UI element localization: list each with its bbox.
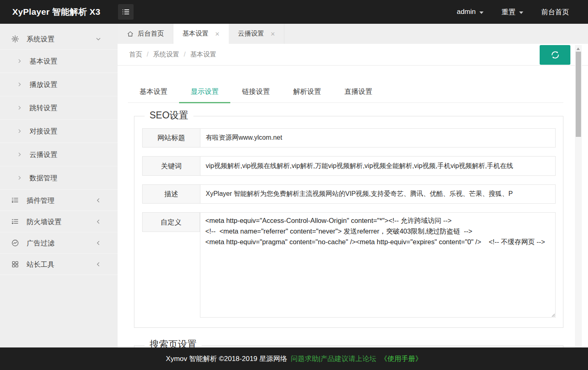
scrollbar-thumb[interactable] (576, 52, 581, 137)
sidebar-item-redirect-settings[interactable]: 跳转设置 (0, 96, 118, 120)
home-icon (127, 30, 134, 38)
sidebar-item-cloudplay-settings[interactable]: 云播设置 (0, 143, 118, 166)
tab-label: 云播设置 (238, 30, 264, 38)
breadcrumb-current: 基本设置 (190, 51, 216, 58)
reset-menu-label: 重置 (502, 7, 515, 17)
chevron-left-icon (95, 261, 101, 267)
chevron-right-icon (17, 129, 22, 134)
vertical-scrollbar[interactable] (575, 45, 582, 347)
reset-menu[interactable]: 重置 (502, 7, 523, 17)
refresh-button[interactable] (540, 45, 570, 65)
list-menu-icon (121, 7, 130, 16)
settings-page: 基本设置 显示设置 链接设置 解析设置 直播设置 SEO设置 网站标题 关键词 … (118, 66, 588, 347)
keywords-row: 关键词 (142, 156, 556, 176)
tab-parse-settings[interactable]: 解析设置 (282, 82, 333, 102)
navbar-right: admin 重置 前台首页 (457, 0, 569, 24)
chevron-right-icon (17, 176, 22, 180)
site-title-input[interactable] (200, 129, 555, 147)
breadcrumb: 首页/系统设置/基本设置 (129, 44, 216, 65)
description-row: 描述 (142, 184, 556, 204)
site-title-row: 网站标题 (142, 128, 556, 148)
keywords-label: 关键词 (143, 157, 200, 175)
user-menu-label: admin (457, 8, 476, 16)
custom-meta-label: 自定义 (142, 212, 200, 232)
site-title-label: 网站标题 (143, 129, 200, 147)
caret-down-icon (519, 11, 523, 14)
frontend-home-link[interactable]: 前台首页 (541, 7, 569, 17)
sidebar-group-firewall-settings[interactable]: 防火墙设置 (0, 211, 118, 232)
sidebar-item-data-management[interactable]: 数据管理 (0, 166, 118, 190)
frontend-home-label: 前台首页 (541, 7, 569, 17)
breadcrumb-bar: 首页/系统设置/基本设置 (118, 44, 588, 66)
sidebar-toggle-button[interactable] (118, 4, 134, 20)
tab-backend-home[interactable]: 后台首页 (118, 24, 173, 44)
footer-forum-link[interactable]: 问题求助|产品建议请上论坛 (291, 354, 376, 363)
seo-section-title: SEO设置 (145, 109, 193, 122)
grid-icon (11, 260, 19, 268)
sidebar: 系统设置 基本设置 播放设置 跳转设置 对接设置 云播设置 数据管理 (0, 24, 118, 347)
scroll-up-arrow-icon[interactable] (577, 48, 580, 50)
sidebar-group-ad-filter[interactable]: 广告过滤 (0, 232, 118, 254)
window-tabbar: 后台首页 基本设置 × 云播设置 × (118, 24, 588, 44)
chevron-right-icon (17, 106, 22, 110)
footer-copyright: Xymov 智能解析 ©2018-2019 星源网络 (166, 354, 287, 363)
gear-icon (11, 35, 19, 43)
sidebar-item-play-settings[interactable]: 播放设置 (0, 73, 118, 96)
chevron-left-icon (95, 240, 101, 246)
breadcrumb-home[interactable]: 首页 (129, 51, 142, 58)
top-navbar: XyPlayer 智能解析 X3 admin 重置 前台首页 (0, 0, 588, 24)
description-label: 描述 (143, 185, 200, 203)
keywords-input[interactable] (200, 157, 555, 175)
sidebar-group-label: 系统设置 (27, 34, 54, 44)
sidebar-submenu-system-settings: 基本设置 播放设置 跳转设置 对接设置 云播设置 数据管理 (0, 49, 118, 190)
chevron-left-icon (95, 197, 101, 203)
tab-cloudplay-window[interactable]: 云播设置 × (229, 24, 285, 44)
tab-live-settings[interactable]: 直播设置 (333, 82, 384, 102)
refresh-icon (549, 49, 561, 61)
tab-label: 基本设置 (182, 30, 209, 38)
sidebar-group-system-settings[interactable]: 系统设置 (0, 29, 118, 49)
tab-basic-settings[interactable]: 基本设置 (128, 82, 179, 102)
caret-down-icon (479, 11, 484, 14)
app-title: XyPlayer 智能解析 X3 (12, 0, 100, 24)
search-section-title: 搜索页设置 (145, 338, 202, 347)
chevron-down-icon (95, 36, 101, 42)
custom-meta-textarea[interactable]: <meta http-equiv="Access-Control-Allow-O… (200, 212, 556, 318)
footer-manual-link[interactable]: 《使用手册》 (380, 354, 422, 363)
close-icon[interactable]: × (271, 30, 275, 38)
chevron-right-icon (17, 82, 22, 87)
chevron-right-icon (17, 152, 22, 157)
tab-label: 后台首页 (138, 30, 164, 38)
tab-basic-settings-window[interactable]: 基本设置 × (173, 24, 229, 44)
page-footer: Xymov 智能解析 ©2018-2019 星源网络 问题求助|产品建议请上论坛… (0, 347, 588, 370)
list-plus-icon (11, 218, 19, 226)
settings-tabs: 基本设置 显示设置 链接设置 解析设置 直播设置 (128, 82, 563, 103)
sidebar-group-plugin-management[interactable]: 插件管理 (0, 190, 118, 211)
close-icon[interactable]: × (215, 30, 220, 38)
list-plus-icon (11, 196, 19, 204)
sidebar-item-docking-settings[interactable]: 对接设置 (0, 120, 118, 143)
sidebar-item-basic-settings[interactable]: 基本设置 (0, 50, 118, 73)
breadcrumb-system-settings[interactable]: 系统设置 (153, 51, 179, 58)
chart-circle-icon (11, 239, 19, 247)
tab-link-settings[interactable]: 链接设置 (230, 82, 282, 102)
chevron-left-icon (95, 219, 101, 225)
user-menu[interactable]: admin (457, 8, 484, 16)
sidebar-group-webmaster-tools[interactable]: 站长工具 (0, 254, 118, 275)
tab-display-settings[interactable]: 显示设置 (179, 82, 230, 102)
description-input[interactable] (200, 185, 555, 203)
chevron-right-icon (17, 59, 22, 64)
